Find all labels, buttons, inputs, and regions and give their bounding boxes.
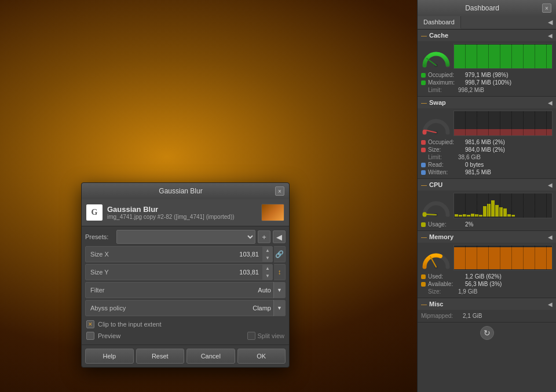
memory-section-body: Used: 1,2 GiB (62%) Available: 56,3 MiB … <box>418 243 556 298</box>
memory-size-label: Size: <box>428 288 456 295</box>
cache-chart-row <box>421 43 553 69</box>
dashboard-pin-button[interactable]: ◀ <box>544 16 556 29</box>
cache-maximum-label: Maximum: <box>428 79 463 86</box>
abyss-policy-dropdown-arrow[interactable]: ▼ <box>273 300 285 316</box>
reset-button[interactable]: Reset <box>136 349 185 364</box>
size-x-value: 103,81 <box>236 251 262 258</box>
presets-add-button[interactable]: + <box>258 230 270 243</box>
size-x-up[interactable]: ▲ <box>263 247 272 254</box>
cpu-usage-row: Usage: 2% <box>421 221 553 228</box>
memory-size-row: Size: 1,9 GiB <box>421 288 553 295</box>
memory-used-dot <box>421 274 426 279</box>
swap-size-row: Size: 984,0 MiB (2%) <box>421 146 553 153</box>
cpu-usage-value: 2% <box>465 221 473 228</box>
cache-occupied-dot <box>421 73 426 78</box>
size-y-label: Size Y <box>86 269 236 276</box>
refresh-button[interactable]: ↻ <box>480 326 494 340</box>
memory-section: — Memory ◀ <box>418 231 556 298</box>
swap-written-value: 981,5 MiB <box>465 169 491 175</box>
cache-bar-chart <box>453 43 553 69</box>
refresh-area: ↻ <box>418 323 556 343</box>
dashboard-close-button[interactable]: × <box>542 3 551 13</box>
size-x-down[interactable]: ▼ <box>263 254 272 262</box>
swap-bar-chart <box>453 111 553 136</box>
presets-select[interactable] <box>116 230 255 244</box>
dialog-footer: Help Reset Cancel OK <box>82 345 289 367</box>
cache-toggle[interactable]: — <box>421 32 427 39</box>
size-y-value: 103,81 <box>236 269 262 276</box>
split-view-checkbox[interactable] <box>247 332 255 340</box>
dialog-header: G Gaussian Blur img_4741.jpg copy #2-82 … <box>82 199 289 226</box>
clip-label: Clip to the input extent <box>98 321 161 328</box>
misc-mipmapped-row: Mipmapped: 2,1 GiB <box>421 312 553 320</box>
misc-toggle[interactable]: — <box>421 301 427 307</box>
swap-gauge <box>421 111 451 136</box>
link-sizes-button[interactable]: 🔗 <box>274 246 286 262</box>
abyss-policy-value: Clamp <box>250 305 273 312</box>
memory-available-dot <box>421 282 426 287</box>
misc-section: — Misc ◀ Mipmapped: 2,1 GiB <box>418 298 556 323</box>
memory-toggle[interactable]: — <box>421 234 427 240</box>
dialog-close-button[interactable]: × <box>275 186 284 196</box>
dashboard-panel: Dashboard × Dashboard ◀ — Cache ◀ <box>417 0 556 392</box>
swap-size-value: 984,0 MiB (2%) <box>465 146 505 153</box>
swap-occupied-row: Occupied: 981,6 MiB (2%) <box>421 138 553 146</box>
filter-name: Gaussian Blur <box>107 205 257 214</box>
cpu-toggle[interactable]: — <box>421 182 427 188</box>
swap-toggle[interactable]: — <box>421 100 427 106</box>
cache-pin[interactable]: ◀ <box>548 32 553 39</box>
memory-chart-row <box>421 245 553 270</box>
presets-menu-button[interactable]: ◀ <box>273 230 286 243</box>
cache-maximum-dot <box>421 80 426 85</box>
memory-pin[interactable]: ◀ <box>548 234 553 240</box>
dashboard-tab[interactable]: Dashboard <box>418 16 461 29</box>
memory-used-label: Used: <box>428 273 463 280</box>
ok-button[interactable]: OK <box>237 349 286 364</box>
split-view-group: Split view <box>247 332 284 340</box>
dialog-titlebar: Gaussian Blur × <box>82 183 289 199</box>
cache-maximum-value: 998,7 MiB (100%) <box>465 79 511 86</box>
svg-line-1 <box>427 58 436 65</box>
cache-limit-value: 998,2 MiB <box>458 87 484 93</box>
link-sizes-button-2[interactable]: ↕ <box>274 264 286 280</box>
cpu-section-header: — CPU ◀ <box>418 179 556 190</box>
memory-available-label: Available: <box>428 281 463 287</box>
help-button[interactable]: Help <box>85 349 134 364</box>
cpu-pin[interactable]: ◀ <box>548 182 553 188</box>
memory-used-value: 1,2 GiB (62%) <box>465 273 502 280</box>
cache-occupied-value: 979,1 MiB (98%) <box>465 72 508 78</box>
size-x-label: Size X <box>86 251 236 258</box>
dialog-body: Presets: + ◀ Size X 103,81 ▲ ▼ 🔗 Size Y … <box>82 226 289 345</box>
size-y-up[interactable]: ▲ <box>263 265 272 272</box>
preview-checkbox[interactable] <box>86 332 94 340</box>
cache-gauge <box>421 43 451 69</box>
clip-checkbox-row: Clip to the input extent <box>85 318 286 331</box>
svg-line-3 <box>426 130 436 133</box>
cpu-chart-row <box>421 193 553 218</box>
size-x-row: Size X 103,81 ▲ ▼ <box>85 246 273 262</box>
filter-label: Filter <box>86 287 255 294</box>
svg-line-7 <box>430 257 436 267</box>
misc-section-header: — Misc ◀ <box>418 298 556 310</box>
misc-pin[interactable]: ◀ <box>548 301 553 307</box>
swap-pin[interactable]: ◀ <box>548 100 553 106</box>
memory-used-row: Used: 1,2 GiB (62%) <box>421 273 553 280</box>
size-y-down[interactable]: ▼ <box>263 272 272 280</box>
swap-limit-label: Limit: <box>428 154 456 160</box>
filter-dropdown-arrow[interactable]: ▼ <box>273 282 285 298</box>
dashboard-titlebar: Dashboard × <box>418 0 556 16</box>
swap-written-label: Written: <box>428 169 463 175</box>
swap-gauge-svg <box>421 111 451 136</box>
memory-size-value: 1,9 GiB <box>458 288 477 295</box>
swap-read-dot <box>421 163 426 167</box>
size-x-spinners: ▲ ▼ <box>262 247 272 262</box>
memory-gauge <box>421 245 451 270</box>
cache-occupied-row: Occupied: 979,1 MiB (98%) <box>421 71 553 79</box>
clip-checkbox[interactable] <box>86 320 94 328</box>
size-y-spinners: ▲ ▼ <box>262 265 272 280</box>
misc-title: Misc <box>429 301 546 307</box>
memory-title: Memory <box>429 233 546 240</box>
cancel-button[interactable]: Cancel <box>186 349 235 364</box>
refresh-icon: ↻ <box>484 328 491 338</box>
swap-occupied-label: Occupied: <box>428 139 463 145</box>
